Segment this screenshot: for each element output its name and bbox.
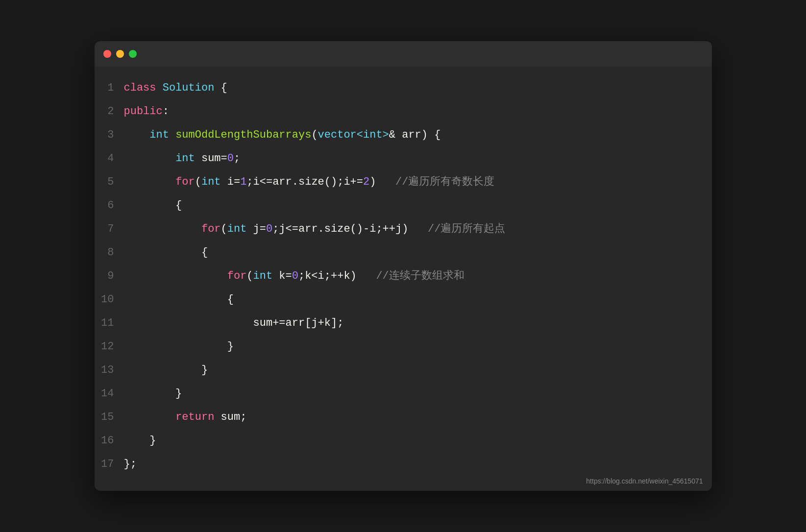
token-plain: sum; [214, 411, 246, 423]
maximize-button[interactable] [129, 50, 137, 58]
code-line: 4 int sum=0; [95, 147, 712, 170]
line-content: for(int k=0;k<i;++k) //连续子数组求和 [124, 266, 712, 287]
line-number: 13 [95, 360, 124, 381]
token-plain: ; [234, 152, 240, 165]
token-plain: ( [311, 129, 318, 141]
token-plain [124, 411, 176, 423]
line-content: public: [124, 101, 712, 122]
line-content: { [124, 242, 712, 264]
code-line: 8 { [95, 241, 712, 265]
line-number: 11 [95, 313, 124, 334]
token-plain: sum+=arr[j+k]; [124, 317, 344, 329]
code-line: 7 for(int j=0;j<=arr.size()-i;++j) //遍历所… [95, 218, 712, 241]
token-kw-int: int [149, 129, 169, 141]
token-plain: }; [124, 458, 137, 470]
line-number: 4 [95, 148, 124, 169]
token-plain: & arr) { [389, 129, 441, 141]
code-line: 11 sum+=arr[j+k]; [95, 312, 712, 335]
line-content: for(int i=1;i<=arr.size();i+=2) //遍历所有奇数… [124, 171, 712, 193]
token-plain: j= [246, 223, 266, 235]
token-plain: { [124, 199, 182, 212]
line-number: 9 [95, 266, 124, 287]
minimize-button[interactable] [116, 50, 124, 58]
code-window: 1class Solution {2public:3 int sumOddLen… [95, 41, 712, 491]
token-plain: ( [195, 176, 201, 188]
watermark: https://blog.csdn.net/weixin_45615071 [586, 477, 703, 485]
code-area: 1class Solution {2public:3 int sumOddLen… [95, 67, 712, 491]
line-content: { [124, 195, 712, 217]
code-line: 17}; [95, 453, 712, 476]
code-line: 13 } [95, 359, 712, 382]
token-num: 0 [266, 223, 272, 235]
token-kw-for: for [201, 223, 221, 235]
token-num: 2 [363, 176, 369, 188]
line-number: 8 [95, 242, 124, 264]
token-plain: ;j<=arr.size()-i;++j) [272, 223, 428, 235]
code-line: 12 } [95, 335, 712, 359]
token-plain [169, 129, 175, 141]
line-content: for(int j=0;j<=arr.size()-i;++j) //遍历所有起… [124, 218, 712, 240]
token-kw-for: for [175, 176, 195, 188]
token-plain: k= [272, 270, 292, 282]
token-plain: } [124, 364, 208, 376]
token-plain: : [163, 105, 169, 118]
token-plain [124, 176, 176, 188]
line-content: int sum=0; [124, 148, 712, 169]
token-kw-return: return [175, 411, 214, 423]
code-line: 15 return sum; [95, 406, 712, 429]
line-content: return sum; [124, 407, 712, 428]
token-plain: ;k<i;++k) [298, 270, 376, 282]
line-content: { [124, 289, 712, 311]
token-plain: ( [246, 270, 253, 282]
code-line: 16 } [95, 429, 712, 453]
token-plain: } [124, 387, 182, 400]
token-comment: //遍历所有起点 [428, 223, 505, 235]
token-plain: { [124, 246, 208, 259]
code-line: 3 int sumOddLengthSubarrays(vector<int>&… [95, 123, 712, 147]
line-content: int sumOddLengthSubarrays(vector<int>& a… [124, 124, 712, 146]
code-line: 10 { [95, 288, 712, 312]
line-number: 16 [95, 430, 124, 452]
close-button[interactable] [103, 50, 111, 58]
line-content: } [124, 336, 712, 358]
token-kw-class: class [124, 82, 163, 94]
line-content: class Solution { [124, 77, 712, 99]
line-number: 2 [95, 101, 124, 122]
token-comment: //连续子数组求和 [376, 270, 464, 282]
code-line: 1class Solution { [95, 76, 712, 100]
token-plain [124, 152, 176, 165]
token-plain: } [124, 435, 156, 447]
token-plain: ;i<=arr.size();i+= [246, 176, 363, 188]
line-content: }; [124, 454, 712, 475]
token-plain: ( [221, 223, 227, 235]
code-line: 14 } [95, 382, 712, 406]
line-number: 1 [95, 77, 124, 99]
code-line: 9 for(int k=0;k<i;++k) //连续子数组求和 [95, 265, 712, 288]
line-number: 14 [95, 383, 124, 405]
token-kw-int: int [201, 176, 221, 188]
token-plain [124, 270, 227, 282]
token-num: 1 [240, 176, 246, 188]
token-plain: i= [221, 176, 241, 188]
token-kw-vector: vector<int> [318, 129, 389, 141]
token-plain: sum= [195, 152, 227, 165]
code-line: 6 { [95, 194, 712, 218]
token-comment: //遍历所有奇数长度 [395, 176, 494, 188]
token-plain: { [124, 293, 234, 306]
token-kw-for: for [227, 270, 247, 282]
code-line: 2public: [95, 100, 712, 123]
line-content: } [124, 383, 712, 405]
line-number: 12 [95, 336, 124, 358]
token-plain: ) [369, 176, 395, 188]
line-number: 10 [95, 289, 124, 311]
token-kw-int: int [175, 152, 195, 165]
line-number: 17 [95, 454, 124, 475]
token-num: 0 [227, 152, 234, 165]
line-number: 6 [95, 195, 124, 217]
code-line: 5 for(int i=1;i<=arr.size();i+=2) //遍历所有… [95, 170, 712, 194]
line-number: 3 [95, 124, 124, 146]
token-plain [124, 129, 150, 141]
line-number: 5 [95, 171, 124, 193]
line-content: sum+=arr[j+k]; [124, 313, 712, 334]
token-fn-name: sumOddLengthSubarrays [175, 129, 311, 141]
